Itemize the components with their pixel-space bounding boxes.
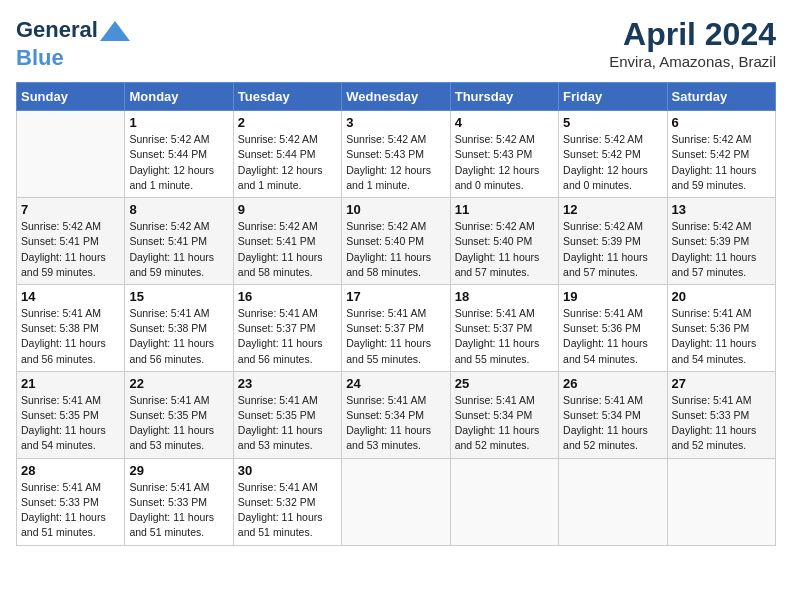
calendar-day-cell: 3Sunrise: 5:42 AM Sunset: 5:43 PM Daylig… xyxy=(342,111,450,198)
day-number: 21 xyxy=(21,376,120,391)
calendar-week-row: 21Sunrise: 5:41 AM Sunset: 5:35 PM Dayli… xyxy=(17,371,776,458)
calendar-title-block: April 2024 Envira, Amazonas, Brazil xyxy=(609,16,776,70)
day-number: 12 xyxy=(563,202,662,217)
calendar-day-cell: 30Sunrise: 5:41 AM Sunset: 5:32 PM Dayli… xyxy=(233,458,341,545)
day-info: Sunrise: 5:41 AM Sunset: 5:33 PM Dayligh… xyxy=(129,480,228,541)
day-number: 5 xyxy=(563,115,662,130)
day-number: 20 xyxy=(672,289,771,304)
day-number: 2 xyxy=(238,115,337,130)
calendar-week-row: 7Sunrise: 5:42 AM Sunset: 5:41 PM Daylig… xyxy=(17,198,776,285)
day-number: 23 xyxy=(238,376,337,391)
day-info: Sunrise: 5:42 AM Sunset: 5:40 PM Dayligh… xyxy=(346,219,445,280)
day-info: Sunrise: 5:42 AM Sunset: 5:42 PM Dayligh… xyxy=(563,132,662,193)
calendar-day-cell: 13Sunrise: 5:42 AM Sunset: 5:39 PM Dayli… xyxy=(667,198,775,285)
day-info: Sunrise: 5:41 AM Sunset: 5:34 PM Dayligh… xyxy=(563,393,662,454)
calendar-day-cell: 7Sunrise: 5:42 AM Sunset: 5:41 PM Daylig… xyxy=(17,198,125,285)
day-info: Sunrise: 5:42 AM Sunset: 5:41 PM Dayligh… xyxy=(238,219,337,280)
day-number: 16 xyxy=(238,289,337,304)
day-number: 6 xyxy=(672,115,771,130)
logo: General Blue xyxy=(16,16,130,70)
calendar-day-cell: 19Sunrise: 5:41 AM Sunset: 5:36 PM Dayli… xyxy=(559,284,667,371)
col-header-monday: Monday xyxy=(125,83,233,111)
calendar-day-cell: 26Sunrise: 5:41 AM Sunset: 5:34 PM Dayli… xyxy=(559,371,667,458)
calendar-day-cell: 17Sunrise: 5:41 AM Sunset: 5:37 PM Dayli… xyxy=(342,284,450,371)
calendar-day-cell: 28Sunrise: 5:41 AM Sunset: 5:33 PM Dayli… xyxy=(17,458,125,545)
day-info: Sunrise: 5:41 AM Sunset: 5:33 PM Dayligh… xyxy=(672,393,771,454)
day-info: Sunrise: 5:41 AM Sunset: 5:37 PM Dayligh… xyxy=(346,306,445,367)
day-info: Sunrise: 5:41 AM Sunset: 5:34 PM Dayligh… xyxy=(346,393,445,454)
day-info: Sunrise: 5:42 AM Sunset: 5:39 PM Dayligh… xyxy=(563,219,662,280)
calendar-day-cell: 16Sunrise: 5:41 AM Sunset: 5:37 PM Dayli… xyxy=(233,284,341,371)
day-number: 19 xyxy=(563,289,662,304)
col-header-thursday: Thursday xyxy=(450,83,558,111)
calendar-location: Envira, Amazonas, Brazil xyxy=(609,53,776,70)
calendar-week-row: 14Sunrise: 5:41 AM Sunset: 5:38 PM Dayli… xyxy=(17,284,776,371)
calendar-header-row: Sunday Monday Tuesday Wednesday Thursday… xyxy=(17,83,776,111)
calendar-day-cell: 14Sunrise: 5:41 AM Sunset: 5:38 PM Dayli… xyxy=(17,284,125,371)
calendar-day-cell: 15Sunrise: 5:41 AM Sunset: 5:38 PM Dayli… xyxy=(125,284,233,371)
day-number: 25 xyxy=(455,376,554,391)
day-number: 18 xyxy=(455,289,554,304)
calendar-day-cell xyxy=(17,111,125,198)
day-number: 9 xyxy=(238,202,337,217)
day-number: 8 xyxy=(129,202,228,217)
calendar-day-cell: 2Sunrise: 5:42 AM Sunset: 5:44 PM Daylig… xyxy=(233,111,341,198)
day-number: 11 xyxy=(455,202,554,217)
day-info: Sunrise: 5:41 AM Sunset: 5:37 PM Dayligh… xyxy=(455,306,554,367)
day-number: 27 xyxy=(672,376,771,391)
day-info: Sunrise: 5:41 AM Sunset: 5:36 PM Dayligh… xyxy=(672,306,771,367)
day-number: 29 xyxy=(129,463,228,478)
day-info: Sunrise: 5:42 AM Sunset: 5:42 PM Dayligh… xyxy=(672,132,771,193)
day-info: Sunrise: 5:42 AM Sunset: 5:43 PM Dayligh… xyxy=(455,132,554,193)
day-info: Sunrise: 5:41 AM Sunset: 5:38 PM Dayligh… xyxy=(21,306,120,367)
page-header: General Blue April 2024 Envira, Amazonas… xyxy=(16,16,776,70)
col-header-tuesday: Tuesday xyxy=(233,83,341,111)
calendar-day-cell: 25Sunrise: 5:41 AM Sunset: 5:34 PM Dayli… xyxy=(450,371,558,458)
day-number: 30 xyxy=(238,463,337,478)
day-info: Sunrise: 5:41 AM Sunset: 5:33 PM Dayligh… xyxy=(21,480,120,541)
calendar-day-cell: 8Sunrise: 5:42 AM Sunset: 5:41 PM Daylig… xyxy=(125,198,233,285)
day-number: 14 xyxy=(21,289,120,304)
calendar-day-cell xyxy=(342,458,450,545)
day-number: 7 xyxy=(21,202,120,217)
calendar-day-cell: 21Sunrise: 5:41 AM Sunset: 5:35 PM Dayli… xyxy=(17,371,125,458)
day-info: Sunrise: 5:42 AM Sunset: 5:41 PM Dayligh… xyxy=(21,219,120,280)
calendar-day-cell: 11Sunrise: 5:42 AM Sunset: 5:40 PM Dayli… xyxy=(450,198,558,285)
day-info: Sunrise: 5:42 AM Sunset: 5:44 PM Dayligh… xyxy=(238,132,337,193)
day-number: 17 xyxy=(346,289,445,304)
calendar-day-cell: 4Sunrise: 5:42 AM Sunset: 5:43 PM Daylig… xyxy=(450,111,558,198)
calendar-day-cell: 24Sunrise: 5:41 AM Sunset: 5:34 PM Dayli… xyxy=(342,371,450,458)
day-number: 26 xyxy=(563,376,662,391)
day-info: Sunrise: 5:41 AM Sunset: 5:37 PM Dayligh… xyxy=(238,306,337,367)
day-number: 22 xyxy=(129,376,228,391)
calendar-table: Sunday Monday Tuesday Wednesday Thursday… xyxy=(16,82,776,545)
day-info: Sunrise: 5:42 AM Sunset: 5:39 PM Dayligh… xyxy=(672,219,771,280)
calendar-day-cell: 9Sunrise: 5:42 AM Sunset: 5:41 PM Daylig… xyxy=(233,198,341,285)
day-info: Sunrise: 5:41 AM Sunset: 5:32 PM Dayligh… xyxy=(238,480,337,541)
logo-text: General xyxy=(16,16,130,46)
day-number: 4 xyxy=(455,115,554,130)
day-info: Sunrise: 5:41 AM Sunset: 5:35 PM Dayligh… xyxy=(21,393,120,454)
day-info: Sunrise: 5:41 AM Sunset: 5:34 PM Dayligh… xyxy=(455,393,554,454)
svg-marker-0 xyxy=(100,21,130,41)
calendar-day-cell: 23Sunrise: 5:41 AM Sunset: 5:35 PM Dayli… xyxy=(233,371,341,458)
day-number: 10 xyxy=(346,202,445,217)
day-info: Sunrise: 5:41 AM Sunset: 5:35 PM Dayligh… xyxy=(129,393,228,454)
calendar-day-cell: 22Sunrise: 5:41 AM Sunset: 5:35 PM Dayli… xyxy=(125,371,233,458)
col-header-sunday: Sunday xyxy=(17,83,125,111)
day-number: 24 xyxy=(346,376,445,391)
day-info: Sunrise: 5:42 AM Sunset: 5:41 PM Dayligh… xyxy=(129,219,228,280)
calendar-day-cell xyxy=(559,458,667,545)
calendar-day-cell xyxy=(667,458,775,545)
calendar-day-cell: 10Sunrise: 5:42 AM Sunset: 5:40 PM Dayli… xyxy=(342,198,450,285)
calendar-day-cell: 20Sunrise: 5:41 AM Sunset: 5:36 PM Dayli… xyxy=(667,284,775,371)
day-info: Sunrise: 5:42 AM Sunset: 5:43 PM Dayligh… xyxy=(346,132,445,193)
calendar-day-cell: 27Sunrise: 5:41 AM Sunset: 5:33 PM Dayli… xyxy=(667,371,775,458)
day-number: 28 xyxy=(21,463,120,478)
calendar-day-cell: 18Sunrise: 5:41 AM Sunset: 5:37 PM Dayli… xyxy=(450,284,558,371)
calendar-month-year: April 2024 xyxy=(609,16,776,53)
calendar-day-cell: 5Sunrise: 5:42 AM Sunset: 5:42 PM Daylig… xyxy=(559,111,667,198)
col-header-friday: Friday xyxy=(559,83,667,111)
day-number: 15 xyxy=(129,289,228,304)
col-header-saturday: Saturday xyxy=(667,83,775,111)
